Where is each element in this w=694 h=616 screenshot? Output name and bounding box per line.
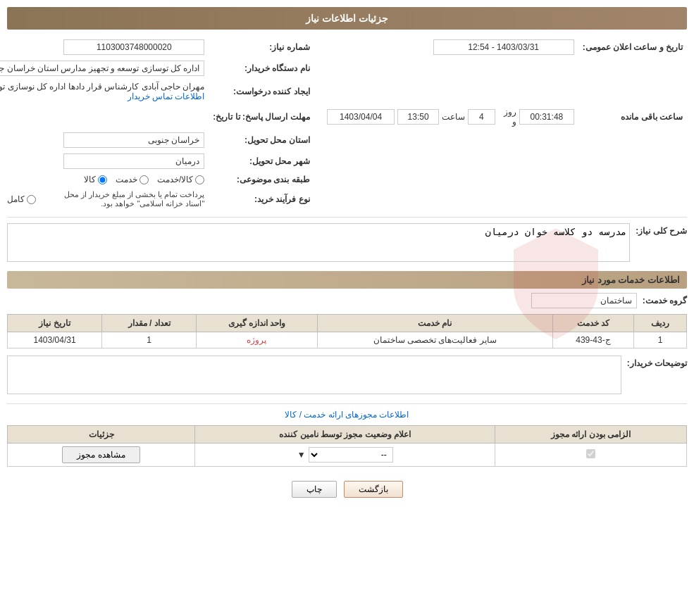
khidmat-label: خدمت <box>116 175 137 184</box>
cell-row: 1 <box>634 332 687 348</box>
perm-required-checkbox <box>586 449 595 458</box>
province-box: خراسان جنوبی <box>63 132 204 148</box>
announce-date-box: 1403/03/31 - 12:54 <box>433 39 574 55</box>
print-button[interactable]: چاپ <box>292 481 337 498</box>
cell-count: 1 <box>102 332 197 348</box>
label-city: شهر محل تحویل: <box>209 151 314 172</box>
cell-name: سایر فعالیت‌های تخصصی ساختمان <box>317 332 552 348</box>
time-box: 13:50 <box>397 109 438 125</box>
permissions-section-link[interactable]: اطلاعات مجوزهای ارائه خدمت / کالا <box>285 410 409 420</box>
permissions-table: الزامی بودن ارائه مجوز اعلام وضعیت مجوز … <box>7 425 687 467</box>
perm-col-details: جزئیات <box>8 426 195 444</box>
perm-status-cell[interactable]: -- ▼ <box>195 444 495 467</box>
cell-code: ج-43-439 <box>552 332 633 348</box>
services-table: ردیف کد خدمت نام خدمت واحد اندازه گیری ت… <box>7 314 687 348</box>
kala-khidmat-label: کالا/خدمت <box>157 175 193 184</box>
view-permit-button[interactable]: مشاهده مجوز <box>62 446 140 463</box>
label-deadline-remain: ساعت باقی مانده <box>578 104 687 130</box>
category-radio-group: کالا/خدمت خدمت کالا <box>0 175 204 184</box>
back-button[interactable]: بازگشت <box>344 481 403 498</box>
shomara-box: 1103003748000020 <box>63 39 204 55</box>
page-title: جزئیات اطلاعات نیاز <box>7 7 687 30</box>
time-label-text: ساعت <box>442 112 465 122</box>
cell-date: 1403/04/31 <box>8 332 102 348</box>
footer-buttons: بازگشت چاپ <box>7 481 687 498</box>
process-note: پرداخت تمام یا بخشی از مبلغ خریدار از مح… <box>44 190 204 208</box>
category-kala-khidmat[interactable]: کالا/خدمت <box>157 175 204 184</box>
category-khidmat[interactable]: خدمت <box>116 175 149 184</box>
label-deadline: مهلت ارسال پاسخ: تا تاریخ: <box>209 104 314 130</box>
perm-col-status: اعلام وضعیت مجوز توسط نامین کننده <box>195 426 495 444</box>
unit-link[interactable]: پروژه <box>247 335 266 345</box>
creator-link[interactable]: اطلاعات تماس خریدار <box>128 92 205 101</box>
perm-details-cell[interactable]: مشاهده مجوز <box>8 444 195 467</box>
countdown-box: 00:31:48 <box>519 109 574 125</box>
col-row: ردیف <box>634 315 687 332</box>
col-count: تعداد / مقدار <box>102 315 197 332</box>
perm-status-select[interactable]: -- <box>309 447 393 463</box>
days-box: 4 <box>468 109 495 125</box>
label-buyer-desc: توضیحات خریدار: <box>627 356 687 368</box>
announce-date-value: 1403/03/31 - 12:54 <box>323 37 578 58</box>
category-kala[interactable]: کالا <box>84 175 107 184</box>
label-announce-date: تاریخ و ساعت اعلان عمومی: <box>578 37 687 58</box>
need-description-area[interactable]: مدرسه دو کلاسه خوان درمیان <box>7 223 630 262</box>
perm-required-cell <box>495 444 687 467</box>
radio-kala-khidmat[interactable] <box>195 175 204 184</box>
shomara-value: 1103003748000020 <box>0 37 209 58</box>
kamel-label: کامل <box>7 194 25 204</box>
deadline-date-box: 1403/04/04 <box>327 109 395 125</box>
perm-col-required: الزامی بودن ارائه مجوز <box>495 426 687 444</box>
col-code: کد خدمت <box>552 315 633 332</box>
label-process-type: نوع فرآیند خرید: <box>209 187 314 211</box>
table-row: 1 ج-43-439 سایر فعالیت‌های تخصصی ساختمان… <box>8 332 687 348</box>
creator-value: مهران حاجی آبادی کارشناس قرار دادها ادار… <box>0 82 204 92</box>
kala-label: کالا <box>84 175 96 184</box>
perm-dropdown-icon: ▼ <box>297 450 306 460</box>
buyer-desc-area[interactable] <box>7 356 621 394</box>
name-buyer-box: اداره کل توسازی توسعه و تجهیز مدارس استا… <box>0 61 204 76</box>
label-shomara: شماره نیاز: <box>209 37 314 58</box>
label-creator: ایجاد کننده درخواست: <box>209 79 314 104</box>
service-group-box: ساختمان <box>531 293 637 308</box>
col-date: تاریخ نیاز <box>8 315 102 332</box>
label-name-buyer: نام دستگاه خریدار: <box>209 58 314 79</box>
label-province: استان محل تحویل: <box>209 130 314 151</box>
radio-kala[interactable] <box>98 175 107 184</box>
radio-khidmat[interactable] <box>140 175 149 184</box>
perm-row: -- ▼ مشاهده مجوز <box>8 444 687 467</box>
divider-1 <box>7 217 687 218</box>
label-need-description: شرح کلی نیاز: <box>636 223 687 236</box>
divider-2 <box>7 403 687 404</box>
process-kamel[interactable]: کامل <box>7 194 36 204</box>
radio-kamel[interactable] <box>27 195 36 204</box>
label-category: طبقه بندی موضوعی: <box>209 172 314 187</box>
process-type-radio-group: پرداخت تمام یا بخشی از مبلغ خریدار از مح… <box>0 190 204 208</box>
col-unit: واحد اندازه گیری <box>197 315 318 332</box>
cell-unit: پروژه <box>197 332 318 348</box>
label-service-group: گروه خدمت: <box>643 296 687 306</box>
col-name: نام خدمت <box>317 315 552 332</box>
day-label: روز و <box>498 107 516 127</box>
city-box: درمیان <box>63 153 204 169</box>
services-section-header: اطلاعات خدمات مورد نیاز <box>7 271 687 289</box>
